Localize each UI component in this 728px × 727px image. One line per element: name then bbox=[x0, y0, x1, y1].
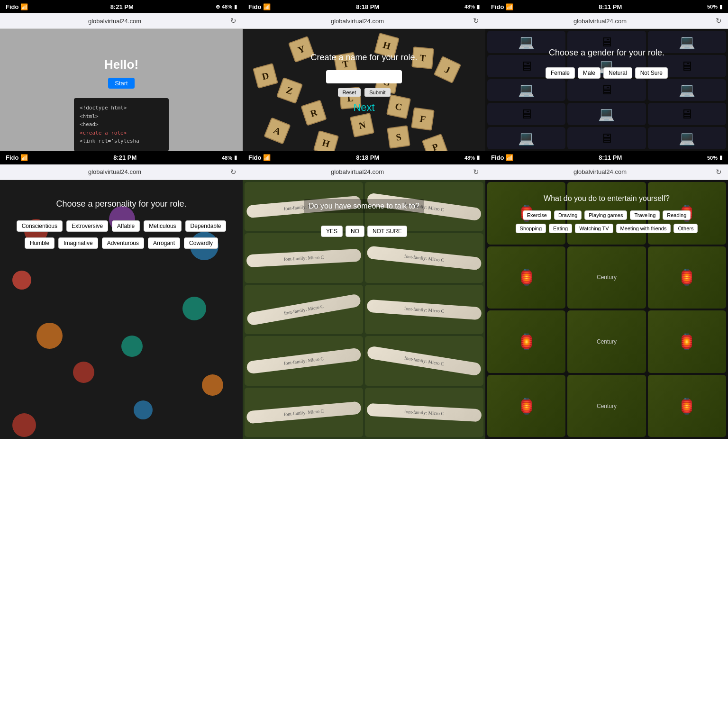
start-button[interactable]: Start bbox=[108, 78, 134, 89]
time-6: 8:11 PM bbox=[599, 154, 622, 161]
talk-prompt: Do you have someone to talk to? bbox=[304, 199, 424, 213]
status-left-3: Fido 📶 bbox=[491, 3, 513, 10]
talk-options: YES NO NOT SURE bbox=[321, 226, 407, 237]
ball-icon-9: 🏮 bbox=[677, 333, 696, 351]
ball-icon-6: 🏮 bbox=[677, 268, 696, 286]
ball-cell-4: 🏮 bbox=[487, 246, 565, 309]
laptop-icon-10: 🖥 bbox=[520, 106, 533, 122]
page-content-2: H Y T T J D G Z L C R F N A S H P Create… bbox=[243, 29, 485, 151]
laptop-cell-8: 🖥 bbox=[567, 79, 646, 101]
gender-male-btn[interactable]: Male bbox=[578, 67, 601, 79]
candy-3: font-family: Micro C bbox=[245, 233, 363, 283]
phone-screen-6: Fido 📶 8:11 PM 50% ▮ globalvirtual24.com… bbox=[485, 151, 728, 439]
entertain-meeting-friends[interactable]: Meeting with friends bbox=[616, 224, 671, 233]
ball-icon-4: 🏮 bbox=[517, 268, 536, 286]
battery-icon-2: ▮ bbox=[477, 4, 480, 10]
status-left-2: Fido 📶 bbox=[248, 3, 271, 10]
talk-notsure-btn[interactable]: NOT SURE bbox=[367, 226, 407, 237]
personality-meticulous[interactable]: Meticulous bbox=[144, 220, 181, 232]
status-bar-5: Fido 📶 8:18 PM 48% ▮ bbox=[243, 151, 485, 164]
personality-arrogant[interactable]: Arrogant bbox=[148, 237, 180, 249]
entertain-others[interactable]: Others bbox=[673, 224, 698, 233]
carrier-5: Fido bbox=[248, 154, 261, 161]
candy-6: font-family: Micro C bbox=[365, 285, 483, 335]
entertain-exercise[interactable]: Exercise bbox=[523, 210, 551, 220]
url-6: globalvirtual24.com bbox=[490, 168, 710, 175]
laptop-icon-13: 💻 bbox=[518, 130, 535, 146]
refresh-btn-2[interactable]: ↻ bbox=[471, 16, 481, 26]
time-4: 8:21 PM bbox=[113, 154, 136, 161]
gender-notsure-btn[interactable]: Not Sure bbox=[635, 67, 668, 79]
entertain-drawing[interactable]: Drawing bbox=[554, 210, 582, 220]
personality-dependable[interactable]: Dependable bbox=[185, 220, 227, 232]
laptop-icon-7: 💻 bbox=[518, 82, 535, 98]
refresh-btn-4[interactable]: ↻ bbox=[228, 167, 238, 177]
hello-title: Hello! bbox=[104, 57, 138, 72]
entertain-watching-tv[interactable]: Watching TV bbox=[575, 224, 613, 233]
entertain-prompt: What do you do to entertain yourself? bbox=[544, 194, 670, 203]
laptop-cell-13: 💻 bbox=[487, 127, 565, 149]
laptop-icon-8: 🖥 bbox=[600, 82, 613, 98]
candy-7: font-family: Micro C bbox=[245, 336, 363, 386]
entertain-reading[interactable]: Reading bbox=[663, 210, 691, 220]
personality-humble[interactable]: Humble bbox=[25, 237, 55, 249]
address-bar-4: globalvirtual24.com ↻ bbox=[0, 164, 243, 180]
carrier-3: Fido bbox=[491, 3, 504, 10]
refresh-btn-5[interactable]: ↻ bbox=[471, 167, 481, 177]
phone-screen-2: Fido 📶 8:18 PM 48% ▮ globalvirtual24.com… bbox=[243, 0, 485, 151]
laptop-icon-9: 💻 bbox=[679, 82, 695, 98]
url-5: globalvirtual24.com bbox=[247, 168, 467, 175]
personality-row-1: Conscientious Extroversive Affable Metic… bbox=[17, 220, 227, 232]
refresh-btn-3[interactable]: ↻ bbox=[714, 16, 723, 26]
talk-yes-btn[interactable]: YES bbox=[321, 226, 343, 237]
bubble-red-2 bbox=[12, 271, 31, 290]
time-3: 8:11 PM bbox=[599, 3, 622, 10]
ball-cell-7: 🏮 bbox=[487, 310, 565, 373]
entertain-traveling[interactable]: Traveling bbox=[630, 210, 660, 220]
input-buttons: Reset Submit bbox=[338, 88, 391, 97]
gender-female-btn[interactable]: Female bbox=[546, 67, 575, 79]
refresh-btn-6[interactable]: ↻ bbox=[714, 167, 723, 177]
laptop-cell-11: 💻 bbox=[567, 103, 646, 125]
refresh-btn-1[interactable]: ↻ bbox=[228, 16, 238, 26]
laptop-cell-12: 🖥 bbox=[648, 103, 726, 125]
overlay-content-5: Do you have someone to talk to? YES NO N… bbox=[247, 185, 481, 237]
status-bar-3: Fido 📶 8:11 PM 50% ▮ bbox=[485, 0, 728, 13]
reset-btn[interactable]: Reset bbox=[338, 88, 361, 97]
status-right-2: 48% ▮ bbox=[464, 4, 480, 10]
personality-conscientious[interactable]: Conscientious bbox=[17, 220, 63, 232]
ball-cell-11: Century bbox=[567, 375, 646, 437]
talk-no-btn[interactable]: NO bbox=[346, 226, 364, 237]
battery-icon-3: ▮ bbox=[719, 4, 722, 10]
bubble-teal-2 bbox=[121, 336, 143, 357]
page-content-6: 🏮 Century 🏮 🏮 Century 🏮 🏮 Century 🏮 🏮 Ce… bbox=[485, 180, 728, 439]
name-input[interactable] bbox=[326, 70, 402, 83]
personality-cowardly[interactable]: Cowardly bbox=[184, 237, 218, 249]
ball-cell-9: 🏮 bbox=[648, 310, 726, 373]
ball-icon-11: Century bbox=[597, 403, 617, 409]
status-bar-1: Fido 📶 8:21 PM ⊕ 48% ▮ bbox=[0, 0, 243, 13]
laptop-cell-7: 💻 bbox=[487, 79, 565, 101]
next-button[interactable]: Next bbox=[353, 101, 374, 114]
personality-adventurous[interactable]: Adventurous bbox=[102, 237, 144, 249]
phone-screen-3: Fido 📶 8:11 PM 50% ▮ globalvirtual24.com… bbox=[485, 0, 728, 151]
personality-extroversive[interactable]: Extroversive bbox=[66, 220, 108, 232]
battery-icon-6: ▮ bbox=[719, 154, 722, 161]
battery-6: 50% bbox=[707, 155, 718, 161]
entertain-playing-games[interactable]: Playing games bbox=[584, 210, 627, 220]
submit-btn[interactable]: Submit bbox=[364, 88, 390, 97]
tile-P: P bbox=[422, 134, 448, 151]
personality-affable[interactable]: Affable bbox=[112, 220, 140, 232]
status-bar-2: Fido 📶 8:18 PM 48% ▮ bbox=[243, 0, 485, 13]
gender-netural-btn[interactable]: Netural bbox=[603, 67, 632, 79]
laptop-cell-15: 💻 bbox=[648, 127, 726, 149]
code-block: <!doctype html> <html> <head> <create a … bbox=[74, 98, 169, 151]
entertain-shopping[interactable]: Shopping bbox=[516, 224, 546, 233]
status-right-4: 48% ▮ bbox=[222, 154, 237, 161]
laptop-icon-15: 💻 bbox=[679, 130, 695, 146]
wifi-icon-1: 📶 bbox=[20, 3, 28, 10]
personality-imaginative[interactable]: Imaginative bbox=[58, 237, 98, 249]
entertain-eating[interactable]: Eating bbox=[549, 224, 572, 233]
url-2: globalvirtual24.com bbox=[247, 18, 467, 25]
candy-9: font-family: Micro C bbox=[245, 388, 363, 437]
